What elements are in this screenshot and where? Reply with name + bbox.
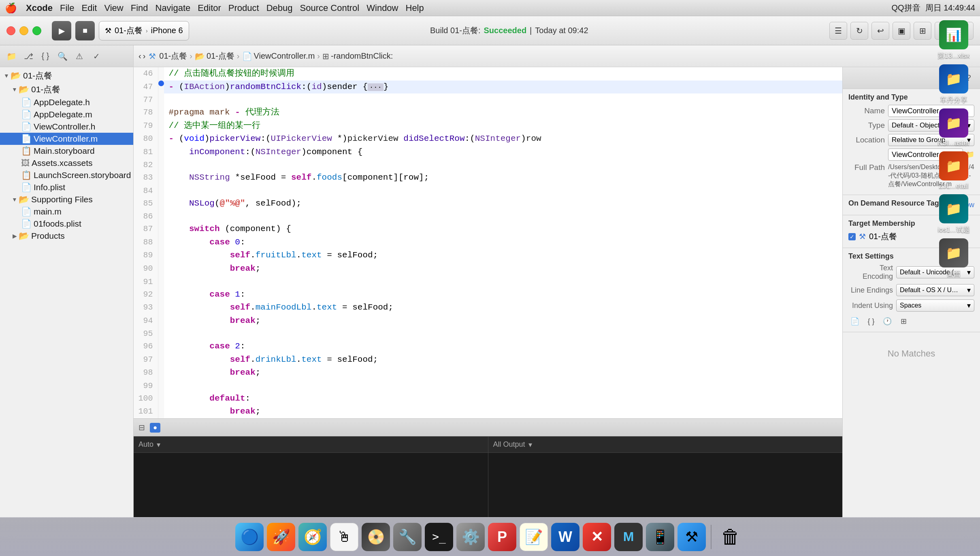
- line-code[interactable]: // 选中某一组的某一行: [164, 119, 842, 133]
- target-checkbox[interactable]: ✓: [848, 233, 856, 240]
- find-icon[interactable]: 🔍: [55, 49, 70, 64]
- breadcrumb-nav-fwd[interactable]: ›: [143, 51, 146, 61]
- dock-xmind[interactable]: ✕: [583, 523, 611, 551]
- line-code[interactable]: case 1:: [164, 288, 842, 301]
- layout-1[interactable]: ▣: [893, 22, 910, 40]
- line-code[interactable]: - (void)pickerView:(UIPickerView *)picke…: [164, 132, 842, 146]
- dock-trash[interactable]: 🗑: [716, 523, 745, 551]
- line-code[interactable]: case 2:: [164, 340, 842, 353]
- line-code[interactable]: // 点击随机点餐按钮的时候调用: [164, 67, 842, 81]
- line-code[interactable]: #pragma mark - 代理方法: [164, 106, 842, 119]
- tree-item-viewcontroller-h[interactable]: 📄 ViewController.h: [0, 121, 133, 133]
- maximize-button[interactable]: [32, 26, 41, 35]
- stop-button[interactable]: ■: [75, 21, 95, 40]
- line-code[interactable]: NSString *selFood = self.foods[component…: [164, 171, 842, 185]
- close-button[interactable]: [6, 26, 15, 35]
- desktop-icon-ios1[interactable]: 📁 ios1...试题: [929, 194, 978, 234]
- tree-item-appdelegate-m[interactable]: 📄 AppDelegate.m: [0, 108, 133, 121]
- navigator-toggle[interactable]: ☰: [829, 22, 847, 40]
- menubar-product[interactable]: Product: [228, 3, 259, 13]
- tree-item-main-storyboard[interactable]: 📋 Main.storyboard: [0, 145, 133, 157]
- line-code[interactable]: break;: [164, 405, 842, 418]
- tree-item-01foods-plist[interactable]: 📄 01foods.plist: [0, 218, 133, 230]
- dock-finder[interactable]: 🔵: [235, 523, 264, 551]
- menubar-xcode[interactable]: Xcode: [26, 3, 53, 13]
- grid-icon-btn[interactable]: ⊞: [897, 315, 910, 328]
- menubar-view[interactable]: View: [104, 3, 123, 13]
- dock-word[interactable]: W: [551, 523, 579, 551]
- output-all-label[interactable]: All Output: [493, 440, 525, 449]
- tree-item-viewcontroller-m[interactable]: 📄 ViewController.m: [0, 133, 133, 145]
- tree-item-products[interactable]: ▶ 📂 Products: [0, 230, 133, 242]
- apple-menu[interactable]: 🍎: [5, 2, 17, 14]
- dock-tools[interactable]: 🔧: [393, 523, 422, 551]
- line-code[interactable]: default:: [164, 392, 842, 405]
- tree-item-supporting[interactable]: ▼ 📂 Supporting Files: [0, 193, 133, 206]
- line-code[interactable]: NSLog(@"%@", selFood);: [164, 197, 842, 210]
- menubar-source-control[interactable]: Source Control: [300, 3, 360, 13]
- tree-item-root[interactable]: ▼ 📂 01-点餐: [0, 69, 133, 83]
- line-code[interactable]: break;: [164, 366, 842, 380]
- menubar-window[interactable]: Window: [366, 3, 398, 13]
- breadcrumb-scheme[interactable]: 01-点餐: [159, 51, 187, 62]
- tree-item-info-plist[interactable]: 📄 Info.plist: [0, 181, 133, 193]
- symbols-icon[interactable]: { }: [38, 49, 53, 64]
- dock-system-prefs[interactable]: ⚙️: [456, 523, 485, 551]
- dock-paw[interactable]: P: [488, 523, 516, 551]
- line-code[interactable]: [164, 276, 842, 288]
- file-icon-btn[interactable]: 📄: [848, 315, 861, 328]
- menubar-file[interactable]: File: [60, 3, 74, 13]
- line-code[interactable]: [164, 327, 842, 340]
- status-collapse-icon[interactable]: ⊟: [138, 423, 145, 432]
- dock-dvd[interactable]: 📀: [362, 523, 390, 551]
- run-button[interactable]: ▶: [52, 21, 71, 40]
- line-code[interactable]: [164, 159, 842, 171]
- menubar-help[interactable]: Help: [406, 3, 424, 13]
- line-code[interactable]: [164, 210, 842, 223]
- desktop-icon-excel[interactable]: 📊 第13...xlsx: [929, 20, 978, 60]
- issues-icon[interactable]: ⚠: [72, 49, 87, 64]
- desktop-icon-zjl[interactable]: 📁 ZJL...etail: [929, 151, 978, 190]
- desktop-icon-car-share[interactable]: 📁 车丹分享: [929, 64, 978, 104]
- line-code[interactable]: [164, 185, 842, 197]
- menubar-edit[interactable]: Edit: [81, 3, 97, 13]
- dock-mouse[interactable]: 🖱: [330, 523, 358, 551]
- tree-item-assets[interactable]: 🖼 Assets.xcassets: [0, 157, 133, 169]
- line-code[interactable]: [164, 380, 842, 392]
- dock-safari[interactable]: 🧭: [298, 523, 327, 551]
- desktop-icon-desktop[interactable]: 📁 桌面: [929, 238, 978, 278]
- line-code[interactable]: self.drinkLbl.text = selFood;: [164, 353, 842, 367]
- tree-item-appdelegate-h[interactable]: 📄 AppDelegate.h: [0, 96, 133, 108]
- line-code[interactable]: switch (component) {: [164, 223, 842, 236]
- refresh-button[interactable]: ↻: [850, 22, 868, 40]
- scheme-selector[interactable]: ⚒ 01-点餐 › iPhone 6: [99, 21, 189, 40]
- breadcrumb-file[interactable]: ViewController.m: [254, 51, 315, 61]
- source-control-icon[interactable]: ⎇: [21, 49, 36, 64]
- menubar-debug[interactable]: Debug: [266, 3, 293, 13]
- dock-launchpad[interactable]: 🚀: [267, 523, 295, 551]
- tree-item-main-m[interactable]: 📄 main.m: [0, 206, 133, 218]
- breadcrumb-group[interactable]: 01-点餐: [207, 51, 234, 62]
- back-forward[interactable]: ↩: [871, 22, 889, 40]
- line-code[interactable]: break;: [164, 262, 842, 276]
- breadcrumb-nav-back[interactable]: ‹: [138, 51, 141, 61]
- dock-mweb[interactable]: M: [614, 523, 643, 551]
- output-auto-label[interactable]: Auto: [138, 440, 153, 449]
- tests-icon[interactable]: ✓: [89, 49, 104, 64]
- breadcrumb-method[interactable]: -randomBtnClick:: [331, 51, 393, 61]
- clock-icon-btn[interactable]: 🕐: [881, 315, 894, 328]
- menubar-navigate[interactable]: Navigate: [156, 3, 191, 13]
- dock-xcode[interactable]: ⚒: [677, 523, 706, 551]
- dock-terminal[interactable]: >_: [425, 523, 453, 551]
- code-editor[interactable]: 46 // 点击随机点餐按钮的时候调用 47 - (IBAction)ra: [134, 67, 842, 418]
- tree-item-launchscreen[interactable]: 📋 LaunchScreen.storyboard: [0, 169, 133, 181]
- dock-notes[interactable]: 📝: [520, 523, 548, 551]
- folder-icon[interactable]: 📁: [4, 49, 19, 64]
- line-code[interactable]: [164, 93, 842, 106]
- menubar-editor[interactable]: Editor: [198, 3, 221, 13]
- tree-item-01canting[interactable]: ▼ 📂 01-点餐: [0, 83, 133, 96]
- line-code[interactable]: inComponent:(NSInteger)component {: [164, 146, 842, 159]
- dock-simulator[interactable]: 📱: [646, 523, 674, 551]
- braces-icon-btn[interactable]: { }: [865, 315, 878, 328]
- line-code[interactable]: - (IBAction)randomBtnClick:(id)sender {·…: [164, 81, 842, 94]
